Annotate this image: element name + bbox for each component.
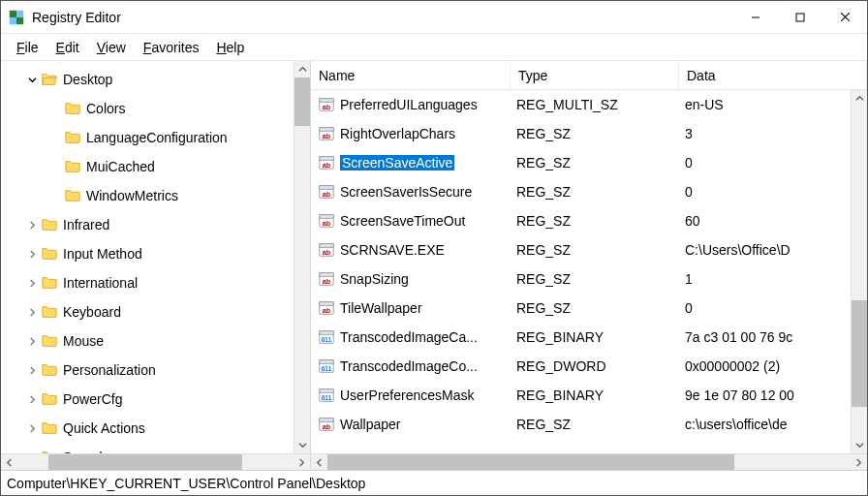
chevron-right-icon[interactable]	[24, 250, 40, 259]
menu-edit[interactable]: Edit	[50, 38, 85, 57]
tree-item[interactable]: LanguageConfiguration	[1, 123, 310, 152]
value-data: 60	[679, 213, 867, 229]
chevron-right-icon[interactable]	[24, 279, 40, 288]
string-value-icon	[317, 182, 336, 202]
col-type[interactable]: Type	[511, 61, 679, 89]
value-name: RightOverlapChars	[340, 126, 455, 141]
tree-item[interactable]: Desktop	[1, 65, 310, 94]
value-row[interactable]: SCRNSAVE.EXEREG_SZC:\Users\Office\D	[311, 235, 867, 264]
menu-view[interactable]: View	[91, 38, 132, 57]
value-data: 0	[679, 155, 867, 170]
folder-icon	[40, 273, 59, 293]
value-type: REG_BINARY	[511, 388, 679, 403]
chevron-right-icon[interactable]	[24, 395, 40, 404]
chevron-right-icon[interactable]	[24, 366, 40, 375]
tree-item-label: Desktop	[63, 72, 112, 87]
col-data[interactable]: Data	[679, 61, 867, 89]
value-row[interactable]: UserPreferencesMaskREG_BINARY9e 1e 07 80…	[311, 381, 867, 410]
value-row[interactable]: ScreenSaveActiveREG_SZ0	[311, 148, 867, 177]
close-button[interactable]	[822, 2, 867, 33]
chevron-down-icon[interactable]	[24, 76, 40, 84]
menu-help[interactable]: Help	[210, 38, 250, 57]
value-data: 0	[679, 300, 867, 316]
window-title: Registry Editor	[32, 10, 121, 25]
value-name: Wallpaper	[340, 417, 401, 432]
value-data: 3	[679, 126, 867, 141]
value-row[interactable]: TranscodedImageCo...REG_DWORD0x00000002 …	[311, 352, 867, 381]
value-data: en-US	[679, 97, 867, 112]
chevron-down-icon[interactable]	[852, 437, 867, 453]
values-list[interactable]: PreferredUILanguagesREG_MULTI_SZen-USRig…	[311, 90, 867, 453]
svg-rect-10	[796, 14, 804, 21]
menu-file[interactable]: File	[11, 38, 45, 57]
value-type: REG_SZ	[511, 417, 679, 432]
folder-icon	[63, 157, 82, 176]
chevron-up-icon[interactable]	[852, 90, 867, 107]
chevron-right-icon[interactable]	[24, 453, 40, 454]
value-row[interactable]: TileWallpaperREG_SZ0	[311, 294, 867, 323]
chevron-right-icon[interactable]	[294, 454, 310, 470]
menu-favorites[interactable]: Favorites	[138, 38, 205, 57]
tree-item[interactable]: WindowMetrics	[1, 181, 310, 210]
value-row[interactable]: RightOverlapCharsREG_SZ3	[311, 119, 867, 148]
value-data: 0x00000002 (2)	[679, 358, 867, 374]
minimize-button[interactable]	[733, 2, 778, 33]
value-row[interactable]: WallpaperREG_SZc:\users\office\de	[311, 410, 867, 439]
chevron-right-icon[interactable]	[851, 454, 867, 470]
chevron-left-icon[interactable]	[311, 454, 327, 470]
tree-item-label: Keyboard	[63, 304, 121, 320]
tree-scrollbar-vertical[interactable]	[294, 61, 310, 453]
value-type: REG_SZ	[511, 155, 679, 170]
tree-item[interactable]: Keyboard	[1, 297, 310, 326]
chevron-left-icon[interactable]	[1, 454, 17, 470]
tree-item[interactable]: Input Method	[1, 239, 310, 268]
value-type: REG_BINARY	[511, 329, 679, 345]
tree-scrollbar-horizontal[interactable]	[1, 453, 310, 470]
maximize-button[interactable]	[778, 2, 822, 33]
value-data: 1	[679, 271, 867, 287]
list-scrollbar-horizontal[interactable]	[311, 453, 867, 470]
tree-item[interactable]: Personalization	[1, 356, 310, 385]
string-value-icon	[317, 153, 336, 172]
chevron-right-icon[interactable]	[24, 337, 40, 346]
chevron-right-icon[interactable]	[24, 308, 40, 317]
value-type: REG_SZ	[511, 213, 679, 229]
value-type: REG_SZ	[511, 126, 679, 141]
value-row[interactable]: ScreenSaveTimeOutREG_SZ60	[311, 206, 867, 235]
value-type: REG_SZ	[511, 184, 679, 200]
value-name: SnapSizing	[340, 271, 409, 287]
value-row[interactable]: ScreenSaverIsSecureREG_SZ0	[311, 177, 867, 206]
tree-item-label: LanguageConfiguration	[86, 130, 228, 145]
columns-header: Name Type Data	[311, 61, 867, 90]
chevron-down-icon[interactable]	[294, 437, 311, 453]
value-data: 9e 1e 07 80 12 00	[679, 388, 867, 403]
list-scrollbar-vertical[interactable]	[851, 90, 867, 453]
value-name: TranscodedImageCo...	[340, 358, 478, 374]
tree-item[interactable]: Quick Actions	[1, 414, 310, 443]
col-name[interactable]: Name	[311, 61, 511, 89]
value-row[interactable]: SnapSizingREG_SZ1	[311, 264, 867, 294]
value-row[interactable]: TranscodedImageCa...REG_BINARY7a c3 01 0…	[311, 323, 867, 352]
tree-item[interactable]: Infrared	[1, 210, 310, 239]
titlebar: Registry Editor	[1, 1, 867, 34]
folder-icon	[63, 186, 82, 205]
value-row[interactable]: PreferredUILanguagesREG_MULTI_SZen-US	[311, 90, 867, 119]
tree-item[interactable]: Mouse	[1, 326, 310, 356]
value-data: 0	[679, 184, 867, 200]
tree-item[interactable]: MuiCached	[1, 152, 310, 181]
tree-item[interactable]: International	[1, 268, 310, 297]
value-type: REG_DWORD	[511, 358, 679, 374]
string-value-icon	[317, 240, 336, 260]
tree-pane: DesktopColorsLanguageConfigurationMuiCac…	[1, 61, 311, 470]
chevron-right-icon[interactable]	[24, 424, 40, 433]
chevron-right-icon[interactable]	[24, 221, 40, 230]
value-data: C:\Users\Office\D	[679, 242, 867, 258]
app-icon	[7, 8, 26, 27]
chevron-up-icon[interactable]	[294, 61, 311, 78]
tree-item[interactable]: Sound	[1, 443, 310, 453]
value-name: ScreenSaveActive	[340, 155, 454, 170]
tree-item[interactable]: PowerCfg	[1, 385, 310, 414]
tree-body[interactable]: DesktopColorsLanguageConfigurationMuiCac…	[1, 61, 310, 453]
tree-item[interactable]: Colors	[1, 94, 310, 123]
statusbar-path: Computer\HKEY_CURRENT_USER\Control Panel…	[7, 476, 365, 491]
